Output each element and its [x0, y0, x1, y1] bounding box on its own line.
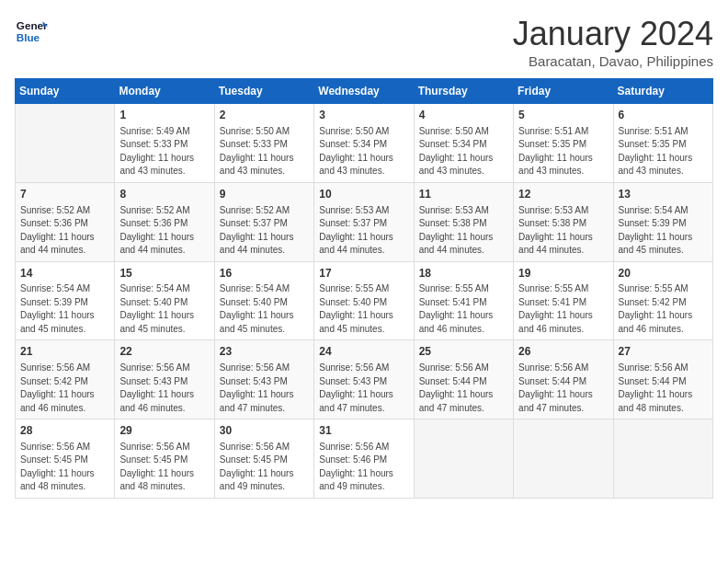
logo: General Blue: [15, 15, 48, 48]
day-info: Sunrise: 5:54 AM Sunset: 5:39 PM Dayligh…: [20, 282, 109, 336]
calendar-cell: 25Sunrise: 5:56 AM Sunset: 5:44 PM Dayli…: [414, 340, 513, 419]
calendar-cell: 26Sunrise: 5:56 AM Sunset: 5:44 PM Dayli…: [514, 340, 613, 419]
calendar-cell: 13Sunrise: 5:54 AM Sunset: 5:39 PM Dayli…: [613, 182, 712, 261]
day-number: 16: [220, 266, 309, 282]
day-info: Sunrise: 5:52 AM Sunset: 5:36 PM Dayligh…: [20, 204, 109, 258]
header-friday: Friday: [514, 79, 613, 104]
day-info: Sunrise: 5:50 AM Sunset: 5:33 PM Dayligh…: [220, 125, 309, 178]
calendar-cell: 15Sunrise: 5:54 AM Sunset: 5:40 PM Dayli…: [115, 261, 214, 340]
day-number: 4: [419, 108, 508, 123]
calendar-cell: 17Sunrise: 5:55 AM Sunset: 5:40 PM Dayli…: [314, 261, 414, 340]
calendar-cell: 6Sunrise: 5:51 AM Sunset: 5:35 PM Daylig…: [613, 104, 712, 183]
calendar-cell: [613, 419, 712, 499]
day-number: 15: [119, 266, 209, 282]
day-number: 25: [419, 344, 508, 360]
day-number: 20: [619, 266, 708, 282]
day-info: Sunrise: 5:49 AM Sunset: 5:33 PM Dayligh…: [119, 125, 209, 178]
calendar-week-1: 1Sunrise: 5:49 AM Sunset: 5:33 PM Daylig…: [16, 104, 713, 183]
calendar-week-2: 7Sunrise: 5:52 AM Sunset: 5:36 PM Daylig…: [16, 182, 713, 261]
day-info: Sunrise: 5:56 AM Sunset: 5:44 PM Dayligh…: [518, 362, 608, 415]
location: Baracatan, Davao, Philippines: [513, 53, 713, 69]
day-info: Sunrise: 5:54 AM Sunset: 5:39 PM Dayligh…: [619, 204, 708, 258]
day-info: Sunrise: 5:52 AM Sunset: 5:37 PM Dayligh…: [220, 204, 309, 258]
calendar-cell: 24Sunrise: 5:56 AM Sunset: 5:43 PM Dayli…: [314, 340, 414, 419]
calendar-cell: 7Sunrise: 5:52 AM Sunset: 5:36 PM Daylig…: [16, 182, 115, 261]
day-number: 2: [220, 108, 309, 123]
day-number: 13: [619, 187, 708, 202]
calendar-header-row: SundayMondayTuesdayWednesdayThursdayFrid…: [16, 79, 713, 104]
month-title: January 2024: [513, 15, 713, 53]
calendar-cell: 19Sunrise: 5:55 AM Sunset: 5:41 PM Dayli…: [514, 261, 613, 340]
day-number: 26: [518, 344, 608, 360]
day-info: Sunrise: 5:50 AM Sunset: 5:34 PM Dayligh…: [419, 125, 508, 178]
calendar-cell: [414, 419, 513, 499]
header-thursday: Thursday: [414, 79, 513, 104]
day-number: 6: [619, 108, 708, 123]
day-info: Sunrise: 5:56 AM Sunset: 5:43 PM Dayligh…: [319, 362, 408, 415]
calendar-cell: 9Sunrise: 5:52 AM Sunset: 5:37 PM Daylig…: [214, 182, 313, 261]
calendar-cell: 27Sunrise: 5:56 AM Sunset: 5:44 PM Dayli…: [613, 340, 712, 419]
calendar-cell: [16, 104, 115, 183]
header-monday: Monday: [115, 79, 214, 104]
calendar-cell: 18Sunrise: 5:55 AM Sunset: 5:41 PM Dayli…: [414, 261, 513, 340]
day-number: 24: [319, 344, 408, 360]
header-wednesday: Wednesday: [314, 79, 414, 104]
calendar-cell: 10Sunrise: 5:53 AM Sunset: 5:37 PM Dayli…: [314, 182, 414, 261]
day-number: 1: [119, 108, 209, 123]
calendar-cell: 2Sunrise: 5:50 AM Sunset: 5:33 PM Daylig…: [214, 104, 313, 183]
day-info: Sunrise: 5:51 AM Sunset: 5:35 PM Dayligh…: [619, 125, 708, 178]
day-number: 12: [518, 187, 608, 202]
day-info: Sunrise: 5:56 AM Sunset: 5:45 PM Dayligh…: [220, 441, 309, 494]
day-info: Sunrise: 5:54 AM Sunset: 5:40 PM Dayligh…: [119, 282, 209, 336]
calendar-cell: 11Sunrise: 5:53 AM Sunset: 5:38 PM Dayli…: [414, 182, 513, 261]
calendar-cell: 28Sunrise: 5:56 AM Sunset: 5:45 PM Dayli…: [16, 419, 115, 499]
day-number: 3: [319, 108, 408, 123]
svg-text:Blue: Blue: [17, 31, 40, 43]
day-info: Sunrise: 5:56 AM Sunset: 5:44 PM Dayligh…: [619, 362, 708, 415]
day-info: Sunrise: 5:55 AM Sunset: 5:40 PM Dayligh…: [319, 282, 408, 336]
calendar-cell: 1Sunrise: 5:49 AM Sunset: 5:33 PM Daylig…: [115, 104, 214, 183]
day-number: 11: [419, 187, 508, 202]
day-info: Sunrise: 5:51 AM Sunset: 5:35 PM Dayligh…: [518, 125, 608, 178]
calendar-cell: 3Sunrise: 5:50 AM Sunset: 5:34 PM Daylig…: [314, 104, 414, 183]
calendar-cell: 29Sunrise: 5:56 AM Sunset: 5:45 PM Dayli…: [115, 419, 214, 499]
day-info: Sunrise: 5:55 AM Sunset: 5:41 PM Dayligh…: [419, 282, 508, 336]
day-number: 7: [20, 187, 109, 202]
day-number: 30: [220, 423, 309, 439]
day-number: 18: [419, 266, 508, 282]
day-number: 5: [518, 108, 608, 123]
calendar-cell: 22Sunrise: 5:56 AM Sunset: 5:43 PM Dayli…: [115, 340, 214, 419]
day-info: Sunrise: 5:56 AM Sunset: 5:43 PM Dayligh…: [119, 362, 209, 415]
calendar-cell: 31Sunrise: 5:56 AM Sunset: 5:46 PM Dayli…: [314, 419, 414, 499]
day-info: Sunrise: 5:53 AM Sunset: 5:38 PM Dayligh…: [518, 204, 608, 258]
calendar-cell: 20Sunrise: 5:55 AM Sunset: 5:42 PM Dayli…: [613, 261, 712, 340]
day-number: 17: [319, 266, 408, 282]
day-info: Sunrise: 5:56 AM Sunset: 5:42 PM Dayligh…: [20, 362, 109, 415]
day-info: Sunrise: 5:52 AM Sunset: 5:36 PM Dayligh…: [119, 204, 209, 258]
calendar-cell: [514, 419, 613, 499]
day-number: 23: [220, 344, 309, 360]
calendar-week-5: 28Sunrise: 5:56 AM Sunset: 5:45 PM Dayli…: [16, 419, 713, 499]
calendar-cell: 4Sunrise: 5:50 AM Sunset: 5:34 PM Daylig…: [414, 104, 513, 183]
header-sunday: Sunday: [16, 79, 115, 104]
day-info: Sunrise: 5:56 AM Sunset: 5:44 PM Dayligh…: [419, 362, 508, 415]
day-number: 8: [119, 187, 209, 202]
day-number: 29: [119, 423, 209, 439]
day-info: Sunrise: 5:56 AM Sunset: 5:46 PM Dayligh…: [319, 441, 408, 494]
day-number: 9: [220, 187, 309, 202]
day-info: Sunrise: 5:53 AM Sunset: 5:37 PM Dayligh…: [319, 204, 408, 258]
calendar-cell: 21Sunrise: 5:56 AM Sunset: 5:42 PM Dayli…: [16, 340, 115, 419]
calendar-cell: 12Sunrise: 5:53 AM Sunset: 5:38 PM Dayli…: [514, 182, 613, 261]
calendar-week-3: 14Sunrise: 5:54 AM Sunset: 5:39 PM Dayli…: [16, 261, 713, 340]
day-number: 27: [619, 344, 708, 360]
header: General Blue January 2024 Baracatan, Dav…: [15, 15, 713, 69]
day-info: Sunrise: 5:56 AM Sunset: 5:45 PM Dayligh…: [119, 441, 209, 494]
day-number: 21: [20, 344, 109, 360]
calendar-cell: 23Sunrise: 5:56 AM Sunset: 5:43 PM Dayli…: [214, 340, 313, 419]
calendar-week-4: 21Sunrise: 5:56 AM Sunset: 5:42 PM Dayli…: [16, 340, 713, 419]
day-number: 14: [20, 266, 109, 282]
day-info: Sunrise: 5:54 AM Sunset: 5:40 PM Dayligh…: [220, 282, 309, 336]
header-tuesday: Tuesday: [214, 79, 313, 104]
day-number: 31: [319, 423, 408, 439]
title-block: January 2024 Baracatan, Davao, Philippin…: [513, 15, 713, 69]
